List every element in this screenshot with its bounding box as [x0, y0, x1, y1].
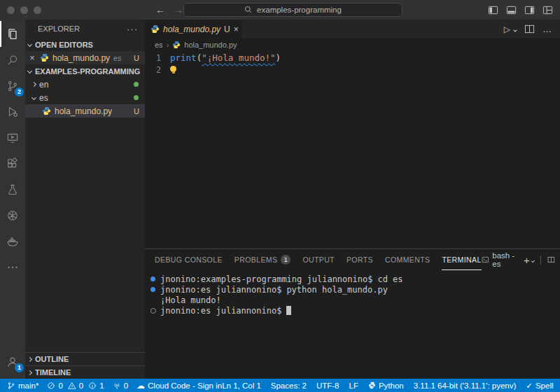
info-icon [88, 382, 97, 390]
command-center-search[interactable]: examples-programming [183, 3, 402, 17]
terminal-line: ¡Hola mundo! [150, 295, 560, 305]
ports-status[interactable]: 0 [113, 382, 128, 390]
activity-docker[interactable] [0, 228, 25, 254]
tab-debug-console[interactable]: DEBUG CONSOLE [155, 249, 223, 270]
chevron-down-icon [27, 69, 32, 74]
warnings-count: 0 [79, 382, 83, 390]
close-window-button[interactable] [7, 6, 15, 14]
cloud-icon: ☁ [136, 381, 145, 391]
search-icon [6, 53, 20, 67]
maximize-window-button[interactable] [34, 6, 41, 14]
line-number: 1 [145, 53, 170, 63]
tab-hola-mundo[interactable]: hola_mundo.py U × [145, 20, 241, 38]
terminal-view[interactable]: jnonino:examples-programming juliannonin… [145, 270, 560, 379]
git-changes-dot [134, 82, 139, 87]
terminal-line: jnonino:es juliannonino$ python hola_mun… [150, 284, 560, 295]
split-editor-icon[interactable] [524, 24, 535, 34]
breadcrumb-file[interactable]: hola_mundo.py [184, 41, 237, 49]
tab-terminal[interactable]: TERMINAL [442, 249, 481, 270]
code-editor[interactable]: 1 print("¡Hola mundo!") 2 [145, 51, 560, 248]
terminal-prompt: jnonino:examples-programming juliannonin… [160, 274, 372, 284]
go-back-button[interactable]: ← [155, 4, 165, 15]
tab-output[interactable]: OUTPUT [302, 249, 335, 270]
activity-bar: 2 [0, 20, 25, 379]
history-nav: ← → [155, 0, 183, 20]
toggle-panel-icon[interactable] [506, 5, 517, 15]
tree-file-hola-mundo[interactable]: hola_mundo.py U [25, 104, 145, 118]
pending-command-dot-icon [150, 308, 160, 314]
activity-kubernetes[interactable] [0, 202, 25, 228]
spell-checker-status[interactable]: ✓ Spell [526, 381, 553, 391]
python-interpreter-status[interactable]: 3.11.1 64-bit ('3.11.1': pyenv) [414, 382, 517, 390]
python-file-icon [172, 41, 181, 49]
editor-more-actions-icon[interactable]: … [542, 27, 552, 32]
git-branch-status[interactable]: main* [7, 382, 38, 390]
breadcrumb-separator: › [167, 41, 169, 49]
activity-search[interactable] [0, 47, 25, 73]
terminal-prompt: jnonino:es juliannonino$ [160, 285, 281, 295]
timeline-section-header[interactable]: TIMELINE [25, 365, 145, 379]
new-terminal-button[interactable]: + [524, 254, 530, 266]
run-python-file-button[interactable]: ▷ [504, 24, 510, 34]
check-icon: ✓ [526, 381, 533, 391]
code-token-punctuation: ( [197, 52, 202, 63]
activity-more[interactable] [0, 254, 25, 280]
activity-accounts[interactable]: 1 [0, 349, 25, 374]
split-terminal-icon[interactable] [547, 255, 555, 265]
go-forward-button[interactable]: → [174, 4, 183, 15]
toggle-sidebar-icon[interactable] [488, 5, 498, 15]
tree-folder-es[interactable]: es [25, 91, 145, 104]
chevron-down-icon [31, 95, 36, 100]
terminal-actions: bash - es + … [482, 251, 560, 268]
workspace-root-header[interactable]: EXAMPLES-PROGRAMMING [25, 64, 145, 78]
terminal-prompt: jnonino:es juliannonino$ [160, 306, 281, 316]
git-changes-dot [134, 95, 139, 100]
tree-folder-en[interactable]: en [25, 78, 145, 91]
activity-source-control[interactable]: 2 [0, 73, 25, 99]
outline-section-header[interactable]: OUTLINE [25, 352, 145, 365]
tab-ports[interactable]: PORTS [346, 249, 373, 270]
spell-label: Spell [536, 382, 554, 390]
python-file-icon [40, 53, 49, 62]
terminal-instance-picker[interactable]: bash - es [482, 251, 517, 268]
status-right: Ln 1, Col 1 Spaces: 2 UTF-8 LF Python 3.… [222, 381, 553, 391]
editor-actions: ▷ … [504, 20, 560, 38]
close-editor-icon[interactable]: × [28, 53, 36, 63]
activity-explorer[interactable] [0, 21, 25, 47]
run-dropdown-icon[interactable] [513, 28, 517, 32]
language-mode-status[interactable]: Python [368, 382, 404, 390]
indentation-status[interactable]: Spaces: 2 [271, 382, 307, 390]
tab-problems[interactable]: PROBLEMS 1 [234, 249, 291, 270]
tab-comments[interactable]: COMMENTS [385, 249, 430, 270]
toggle-secondary-sidebar-icon[interactable] [524, 5, 535, 15]
problems-status[interactable]: 0 0 1 [47, 382, 104, 390]
activity-extensions[interactable] [0, 150, 25, 176]
python-logo-icon [368, 382, 376, 389]
lightbulb-icon[interactable] [170, 66, 176, 72]
warnings-icon [68, 382, 76, 390]
breadcrumb-folder[interactable]: es [155, 41, 163, 49]
errors-icon [47, 382, 55, 390]
open-editor-filename: hola_mundo.py [52, 53, 110, 63]
open-editors-section-header[interactable]: OPEN EDITORS [25, 38, 145, 51]
terminal-profile-dropdown-icon[interactable] [531, 259, 535, 262]
activity-remote-explorer[interactable] [0, 125, 25, 150]
cursor-position-status[interactable]: Ln 1, Col 1 [222, 382, 261, 390]
open-editor-folder: es [113, 54, 121, 62]
eol-status[interactable]: LF [349, 382, 358, 390]
terminal-line: jnonino:examples-programming juliannonin… [150, 274, 560, 284]
problems-count-badge: 1 [281, 255, 290, 265]
explorer-more-actions-button[interactable]: ··· [127, 24, 138, 34]
chevron-right-icon [27, 370, 32, 374]
encoding-status[interactable]: UTF-8 [316, 382, 340, 390]
open-editor-item[interactable]: × hola_mundo.py es U [25, 51, 145, 64]
customize-layout-icon[interactable] [542, 5, 553, 15]
activity-testing[interactable] [0, 176, 25, 202]
search-icon [244, 6, 253, 14]
close-tab-icon[interactable]: × [234, 24, 239, 34]
activity-run-debug[interactable] [0, 99, 25, 125]
minimize-window-button[interactable] [20, 6, 28, 14]
outline-label: OUTLINE [35, 355, 69, 363]
divider [540, 255, 541, 265]
cloud-code-status[interactable]: ☁ Cloud Code - Sign in [136, 381, 222, 391]
